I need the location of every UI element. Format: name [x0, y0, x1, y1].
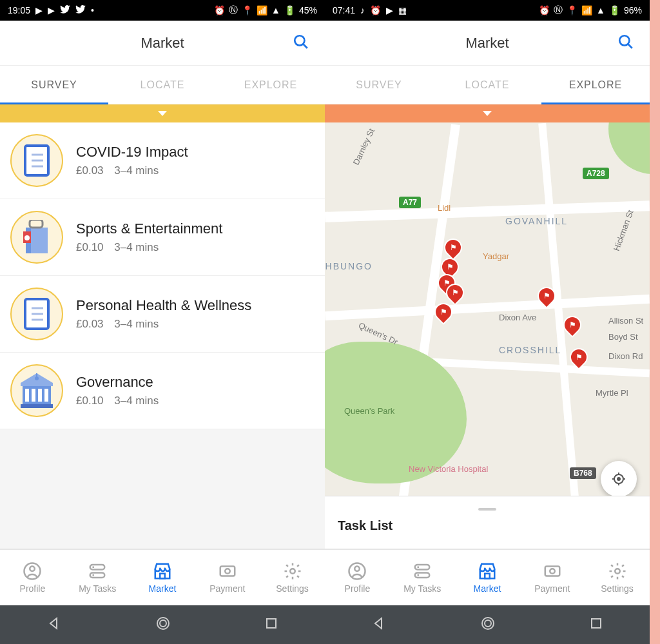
- svg-point-31: [157, 618, 169, 629]
- tab-bar: SURVEY LOCATE EXPLORE: [0, 66, 325, 104]
- tab-survey[interactable]: SURVEY: [325, 66, 433, 104]
- nfc-icon: Ⓝ: [554, 5, 563, 16]
- nav-market[interactable]: Market: [455, 550, 520, 605]
- home-button[interactable]: [155, 616, 171, 634]
- survey-item[interactable]: Governance £0.10 3–4 mins: [0, 353, 325, 429]
- map-road-label: Boyd St: [608, 332, 638, 342]
- search-button[interactable]: [293, 34, 309, 53]
- svg-point-37: [617, 478, 620, 480]
- svg-rect-20: [21, 404, 53, 408]
- tab-explore[interactable]: EXPLORE: [541, 66, 650, 104]
- alarm-icon: ⏰: [214, 5, 225, 15]
- tab-survey[interactable]: SURVEY: [0, 66, 108, 104]
- survey-price: £0.03: [76, 318, 104, 330]
- survey-price: £0.03: [76, 164, 104, 177]
- status-time: 07:41: [333, 5, 355, 15]
- tab-locate[interactable]: LOCATE: [108, 66, 217, 104]
- map-road-label: Dixon Ave: [499, 313, 536, 322]
- dropdown-banner[interactable]: [0, 104, 325, 122]
- svg-point-43: [355, 567, 360, 572]
- svg-rect-19: [44, 389, 48, 402]
- survey-title: Governance: [76, 374, 315, 391]
- svg-point-30: [290, 569, 295, 574]
- survey-item[interactable]: COVID-19 Impact £0.03 3–4 mins: [0, 122, 325, 199]
- building-icon: [10, 364, 63, 417]
- svg-point-24: [30, 567, 35, 572]
- app-header: Market: [0, 21, 325, 66]
- task-list-panel[interactable]: Task List: [325, 496, 650, 549]
- nav-market[interactable]: Market: [130, 550, 195, 605]
- system-nav: [325, 605, 650, 644]
- status-time: 19:05: [8, 5, 30, 15]
- svg-rect-47: [545, 567, 560, 576]
- recent-button[interactable]: [266, 618, 277, 632]
- recent-button[interactable]: [590, 618, 602, 632]
- nav-tasks[interactable]: My Tasks: [390, 550, 455, 605]
- search-button[interactable]: [617, 34, 634, 53]
- survey-price: £0.10: [76, 241, 104, 253]
- svg-line-1: [304, 44, 307, 48]
- svg-line-35: [628, 44, 632, 48]
- map-road-label: Darnley St: [351, 127, 376, 166]
- phone-right: 07:41 ♪ ⏰ ▶ ▦ ⏰ Ⓝ 📍 📶 ▲ 🔋 96% Market SUR…: [325, 0, 650, 644]
- back-button[interactable]: [373, 617, 385, 632]
- bottom-nav: Profile My Tasks Market Payment Settings: [325, 549, 650, 605]
- tab-bar: SURVEY LOCATE EXPLORE: [325, 66, 650, 104]
- system-nav: [0, 605, 325, 644]
- battery-icon: 🔋: [284, 5, 295, 15]
- page-title: Market: [141, 35, 184, 52]
- task-list-title: Task List: [338, 518, 637, 533]
- phone-left: 19:05 ▶ ▶ • ⏰ Ⓝ 📍 📶 ▲ 🔋 45% Market: [0, 0, 325, 644]
- svg-rect-25: [90, 565, 105, 570]
- battery-text: 45%: [299, 5, 317, 15]
- nav-tasks[interactable]: My Tasks: [65, 550, 130, 605]
- svg-point-49: [615, 569, 620, 574]
- clipboard-icon: [10, 288, 63, 340]
- svg-rect-16: [25, 389, 29, 402]
- svg-point-48: [550, 569, 555, 574]
- page-title: Market: [465, 35, 509, 52]
- svg-rect-8: [30, 220, 43, 228]
- nav-settings[interactable]: Settings: [585, 550, 650, 605]
- svg-rect-45: [415, 573, 430, 578]
- twitter-icon: [75, 5, 86, 15]
- nav-payment[interactable]: Payment: [195, 550, 260, 605]
- survey-duration: 3–4 mins: [114, 395, 159, 407]
- news-icon: ▦: [398, 5, 407, 15]
- drag-handle[interactable]: [478, 508, 496, 511]
- survey-title: Personal Health & Wellness: [76, 297, 315, 314]
- status-bar: 07:41 ♪ ⏰ ▶ ▦ ⏰ Ⓝ 📍 📶 ▲ 🔋 96%: [325, 0, 650, 21]
- map-road-label: Allison St: [608, 316, 643, 326]
- youtube-icon: ▶: [386, 5, 393, 15]
- nav-profile[interactable]: Profile: [325, 550, 390, 605]
- home-button[interactable]: [480, 616, 496, 634]
- map-poi-label: New Victoria Hospital: [409, 464, 488, 474]
- survey-item[interactable]: Sports & Entertainment £0.10 3–4 mins: [0, 199, 325, 276]
- clipboard-icon: [10, 134, 63, 187]
- battery-icon: 🔋: [609, 5, 620, 15]
- wifi-icon: 📶: [581, 5, 592, 15]
- svg-point-10: [24, 235, 30, 240]
- survey-list[interactable]: COVID-19 Impact £0.03 3–4 mins Sports & …: [0, 122, 325, 549]
- nav-payment[interactable]: Payment: [519, 550, 585, 605]
- status-bar: 19:05 ▶ ▶ • ⏰ Ⓝ 📍 📶 ▲ 🔋 45%: [0, 0, 325, 21]
- youtube-icon: ▶: [48, 5, 55, 15]
- nav-profile[interactable]: Profile: [0, 550, 65, 605]
- svg-rect-26: [90, 573, 105, 578]
- svg-point-32: [160, 620, 166, 627]
- dropdown-banner[interactable]: [325, 104, 650, 122]
- map-view[interactable]: Darnley St GOVANHILL THBUNGO CROSSHILL L…: [325, 122, 650, 549]
- svg-rect-52: [592, 619, 601, 628]
- map-poi-label: Yadgar: [483, 251, 509, 261]
- locate-me-button[interactable]: [601, 461, 637, 497]
- tab-locate[interactable]: LOCATE: [433, 66, 541, 104]
- tab-explore[interactable]: EXPLORE: [217, 66, 325, 104]
- nav-settings[interactable]: Settings: [260, 550, 325, 605]
- signal-icon: ▲: [596, 5, 605, 15]
- app-header: Market: [325, 21, 650, 66]
- survey-item[interactable]: Personal Health & Wellness £0.03 3–4 min…: [0, 276, 325, 353]
- dot-icon: •: [91, 5, 94, 15]
- road-badge: A77: [399, 197, 421, 208]
- back-button[interactable]: [48, 617, 61, 632]
- map-area-label: THBUNGO: [325, 261, 373, 271]
